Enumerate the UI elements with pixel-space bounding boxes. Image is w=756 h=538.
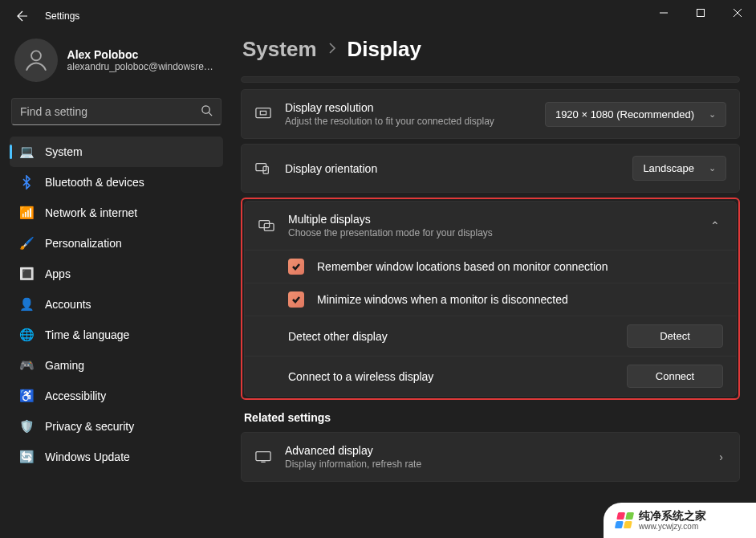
user-name: Alex Poloboc <box>67 48 218 61</box>
user-email: alexandru_poloboc@windowsreport... <box>67 61 218 72</box>
network-internet-icon: 📶 <box>19 206 34 220</box>
nav-list: 💻SystemBluetooth & devices📶Network & int… <box>10 137 223 472</box>
accessibility-icon: ♿ <box>19 389 34 403</box>
sidebar-item-label: Accessibility <box>45 389 106 402</box>
minimize-windows-checkbox[interactable] <box>288 291 304 308</box>
watermark-url: www.ycwjzy.com <box>639 522 706 531</box>
display-orientation-row[interactable]: Display orientation Landscape ⌄ <box>241 144 740 193</box>
sidebar-item-time-language[interactable]: 🌐Time & language <box>10 320 223 350</box>
sidebar-item-system[interactable]: 💻System <box>10 137 223 167</box>
multiple-displays-highlight: Multiple displays Choose the presentatio… <box>241 198 740 400</box>
chevron-down-icon: ⌄ <box>709 109 716 120</box>
svg-rect-9 <box>256 452 270 461</box>
sidebar-item-accounts[interactable]: 👤Accounts <box>10 289 223 320</box>
search-input[interactable] <box>20 105 201 118</box>
bluetooth-devices-icon <box>19 175 34 190</box>
time-language-icon: 🌐 <box>19 328 34 342</box>
multiple-displays-expander[interactable]: Multiple displays Choose the presentatio… <box>244 201 737 397</box>
accounts-icon: 👤 <box>19 297 34 312</box>
truncated-card <box>241 76 740 83</box>
breadcrumb: System Display <box>242 37 740 62</box>
remember-locations-label: Remember window locations based on monit… <box>317 260 608 273</box>
sidebar-item-label: Apps <box>45 267 71 280</box>
main-content: System Display Display resolution Adjust… <box>233 32 756 538</box>
multiple-displays-icon <box>258 219 275 232</box>
advanced-display-row[interactable]: Advanced display Display information, re… <box>241 432 740 482</box>
sidebar-item-label: Network & internet <box>45 206 137 219</box>
sidebar-item-label: System <box>45 145 83 158</box>
search-box[interactable] <box>11 98 222 125</box>
apps-icon: 🔳 <box>19 267 34 281</box>
advanced-display-subtitle: Display information, refresh rate <box>285 459 703 470</box>
maximize-button[interactable] <box>682 0 719 26</box>
watermark-name: 纯净系统之家 <box>639 510 706 523</box>
watermark: 纯净系统之家 www.ycwjzy.com <box>604 503 756 538</box>
multiple-displays-subtitle: Choose the presentation mode for your di… <box>288 227 694 238</box>
privacy-security-icon: 🛡️ <box>19 419 34 434</box>
resolution-icon <box>254 107 272 121</box>
svg-point-1 <box>31 51 41 60</box>
remember-locations-checkbox[interactable] <box>288 259 304 275</box>
search-icon <box>201 104 213 120</box>
chevron-right-icon: › <box>716 450 726 463</box>
display-resolution-row[interactable]: Display resolution Adjust the resolution… <box>241 89 740 139</box>
connect-button[interactable]: Connect <box>627 365 723 388</box>
sidebar-item-label: Time & language <box>45 328 129 341</box>
title-bar: Settings <box>0 0 756 32</box>
chevron-right-icon <box>328 43 336 57</box>
orientation-dropdown[interactable]: Landscape ⌄ <box>632 156 726 181</box>
svg-rect-3 <box>256 108 270 118</box>
minimize-windows-label: Minimize windows when a monitor is disco… <box>317 293 568 306</box>
advanced-display-title: Advanced display <box>285 444 703 457</box>
svg-point-2 <box>202 105 209 112</box>
detect-button[interactable]: Detect <box>627 324 723 348</box>
system-icon: 💻 <box>19 145 34 159</box>
close-button[interactable] <box>719 0 756 26</box>
sidebar-item-privacy-security[interactable]: 🛡️Privacy & security <box>10 411 223 442</box>
window-title: Settings <box>45 10 79 22</box>
windows-update-icon: 🔄 <box>19 450 34 464</box>
orientation-title: Display orientation <box>285 162 620 175</box>
svg-rect-4 <box>260 111 266 115</box>
advanced-display-icon <box>254 450 272 463</box>
gaming-icon: 🎮 <box>19 358 34 373</box>
sidebar-item-personalization[interactable]: 🖌️Personalization <box>10 228 223 259</box>
minimize-button[interactable] <box>645 0 682 26</box>
wireless-display-label: Connect to a wireless display <box>288 370 614 383</box>
breadcrumb-current: Display <box>348 37 422 62</box>
related-settings-heading: Related settings <box>244 411 740 424</box>
resolution-title: Display resolution <box>285 101 532 114</box>
sidebar-item-label: Privacy & security <box>45 420 134 433</box>
sidebar-item-label: Accounts <box>45 298 91 311</box>
sidebar-item-windows-update[interactable]: 🔄Windows Update <box>10 442 223 472</box>
personalization-icon: 🖌️ <box>19 236 34 251</box>
orientation-icon <box>254 161 272 176</box>
sidebar-item-label: Gaming <box>45 359 84 372</box>
back-button[interactable] <box>6 0 39 32</box>
resolution-subtitle: Adjust the resolution to fit your connec… <box>285 116 532 127</box>
svg-rect-5 <box>256 163 266 170</box>
detect-display-label: Detect other display <box>288 330 614 343</box>
sidebar: Alex Poloboc alexandru_poloboc@windowsre… <box>0 32 233 538</box>
watermark-logo-icon <box>615 512 634 528</box>
sidebar-item-label: Personalization <box>45 237 122 250</box>
breadcrumb-parent[interactable]: System <box>242 37 317 62</box>
chevron-up-icon[interactable]: ⌃ <box>707 219 723 232</box>
avatar <box>14 39 58 82</box>
sidebar-item-apps[interactable]: 🔳Apps <box>10 259 223 289</box>
window-controls <box>645 0 756 26</box>
sidebar-item-label: Windows Update <box>45 450 130 463</box>
multiple-displays-title: Multiple displays <box>288 213 694 226</box>
user-block[interactable]: Alex Poloboc alexandru_poloboc@windowsre… <box>10 32 223 95</box>
sidebar-item-bluetooth-devices[interactable]: Bluetooth & devices <box>10 167 223 198</box>
sidebar-item-accessibility[interactable]: ♿Accessibility <box>10 381 223 411</box>
chevron-down-icon: ⌄ <box>709 163 716 173</box>
resolution-dropdown[interactable]: 1920 × 1080 (Recommended) ⌄ <box>545 102 726 127</box>
sidebar-item-gaming[interactable]: 🎮Gaming <box>10 350 223 381</box>
sidebar-item-network-internet[interactable]: 📶Network & internet <box>10 198 223 228</box>
svg-rect-0 <box>697 10 705 17</box>
sidebar-item-label: Bluetooth & devices <box>45 176 144 189</box>
